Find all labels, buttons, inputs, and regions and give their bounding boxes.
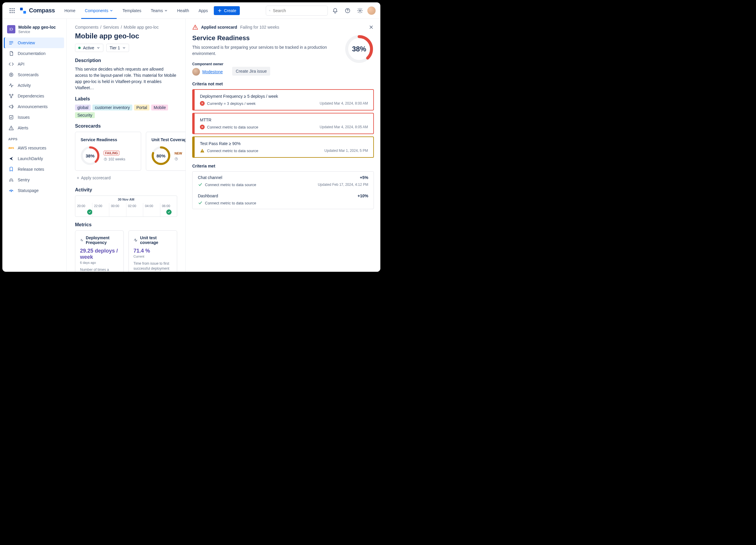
label-tag[interactable]: global (75, 105, 91, 110)
x-circle-icon (200, 125, 205, 129)
criterion-title: Test Pass Rate ≥ 90% (200, 141, 368, 146)
sidebar-app-launchdarkly[interactable]: LaunchDarkly (5, 153, 64, 164)
owner-avatar[interactable] (192, 68, 200, 76)
nav-components[interactable]: Components (81, 2, 116, 19)
tier-chip[interactable]: Tier 1 (106, 44, 129, 52)
sidebar-app-release-notes[interactable]: Release notes (5, 164, 64, 175)
labels-row: globalcustomer inventoryPortalMobileSecu… (75, 105, 177, 118)
search-field[interactable] (273, 8, 325, 13)
scorecard-panel: Applied scorecard Failing for 102 weeks … (185, 19, 380, 272)
activity-heading: Activity (75, 187, 177, 193)
svg-point-15 (11, 74, 12, 76)
sidebar-item-alerts[interactable]: Alerts (5, 123, 64, 133)
sidebar-app-aws[interactable]: awsAWS resources (5, 143, 64, 153)
criterion-title: MTTR (200, 118, 368, 122)
svg-rect-5 (14, 10, 14, 11)
sidebar-item-announcements[interactable]: Announcements (5, 101, 64, 112)
panel-title: Service Readiness (192, 34, 338, 42)
activity-icon (8, 82, 14, 88)
check-circle-icon (166, 209, 172, 215)
notifications-icon[interactable] (330, 6, 340, 16)
nav-templates[interactable]: Templates (119, 2, 145, 19)
svg-point-14 (9, 73, 13, 77)
sidebar-item-overview[interactable]: Overview (5, 38, 64, 48)
nav-apps[interactable]: Apps (195, 2, 211, 19)
metric-title: Unit test coverage (133, 235, 172, 245)
metric-title: Deployment Frequency (80, 235, 119, 245)
pulse-icon (80, 238, 84, 243)
criterion-updated: Updated Mar 4, 2024, 8:00 AM (320, 101, 368, 105)
component-header: Mobile app geo-loc Service (5, 23, 64, 38)
alert-icon (8, 125, 14, 131)
breadcrumb-services[interactable]: Services (103, 25, 119, 30)
help-icon[interactable] (343, 6, 353, 16)
breadcrumb-current: Mobile app geo-loc (124, 25, 159, 30)
sidebar-item-activity[interactable]: Activity (5, 80, 64, 91)
owner-link[interactable]: Modestone (202, 69, 223, 74)
search-input[interactable] (266, 6, 328, 16)
sidebar-item-documentation[interactable]: Documentation (5, 48, 64, 59)
sidebar-app-statuspage[interactable]: Statuspage (5, 185, 64, 196)
sidebar-item-scorecards[interactable]: Scorecards (5, 69, 64, 80)
sidebar-app-sentry[interactable]: Sentry (5, 175, 64, 185)
create-jira-button[interactable]: Create Jira issue (232, 67, 270, 76)
scorecard-card[interactable]: Unit Test Coverage 80% NEW (146, 132, 185, 171)
top-nav: Compass Home Components Templates Teams … (2, 2, 380, 19)
criterion-updated: Updated Mar 1, 2024, 5 PM (325, 149, 368, 153)
label-tag[interactable]: customer inventory (92, 105, 132, 110)
nav-health[interactable]: Health (174, 2, 193, 19)
timeline-cell: 22:00 (92, 203, 109, 217)
svg-rect-19 (9, 115, 13, 119)
svg-rect-2 (14, 8, 14, 9)
criterion-not-met[interactable]: MTTR Connect metric to data source Updat… (192, 113, 374, 134)
plus-icon (217, 8, 222, 13)
app-switcher-icon[interactable] (7, 6, 17, 16)
owner-label: Component owner (192, 62, 223, 66)
plus-icon: + (77, 175, 79, 180)
criterion-not-met[interactable]: Deployment Frequency ≥ 5 deploys / week … (192, 89, 374, 110)
brand-logo[interactable]: Compass (19, 7, 55, 14)
sidebar-item-issues[interactable]: Issues (5, 112, 64, 123)
criterion-title: Dashboard+10% (198, 193, 368, 198)
chevron-down-icon (110, 9, 113, 12)
metric-card[interactable]: Unit test coverage 71.4 % Current Time f… (128, 230, 177, 272)
label-tag[interactable]: Mobile (151, 105, 168, 110)
code-icon (8, 61, 14, 67)
nav-teams[interactable]: Teams (147, 2, 171, 19)
scorecard-badge: NEW (175, 152, 182, 155)
scorecard-card[interactable]: Service Readiness 38% FAILING 102 weeks (75, 132, 141, 171)
sidebar-item-api[interactable]: API (5, 59, 64, 69)
user-avatar[interactable] (367, 6, 376, 15)
chevron-down-icon (164, 9, 168, 12)
timeline-cell: 20:00 (75, 203, 92, 217)
criterion-status: Connect metric to data source (207, 125, 258, 129)
create-button[interactable]: Create (214, 6, 240, 15)
activity-timeline[interactable]: 30 Nov AM 20:0022:0000:0002:0004:0006:00 (75, 196, 177, 217)
label-tag[interactable]: Security (75, 112, 95, 118)
check-square-icon (8, 114, 14, 120)
svg-point-20 (11, 191, 12, 192)
metric-description: Number of times a component was deployed… (80, 267, 119, 272)
breadcrumb-components[interactable]: Components (75, 25, 98, 30)
breadcrumb: Components/Services/Mobile app geo-loc (75, 25, 177, 30)
timeline-cell: 02:00 (126, 203, 143, 217)
panel-score-ring: 38% (344, 34, 374, 64)
apply-scorecard-button[interactable]: +Apply scorecard (75, 174, 177, 182)
list-icon (8, 40, 14, 46)
close-panel-button[interactable] (369, 25, 374, 30)
criteria-not-met-heading: Criteria not met (192, 82, 374, 86)
aws-icon: aws (8, 145, 14, 151)
target-icon (8, 72, 14, 78)
nav-home[interactable]: Home (61, 2, 79, 19)
label-tag[interactable]: Portal (134, 105, 150, 110)
status-chip-active[interactable]: Active (75, 44, 103, 52)
criterion-not-met[interactable]: Test Pass Rate ≥ 90% Connect metric to d… (192, 136, 374, 158)
svg-rect-9 (20, 8, 23, 10)
sidebar-item-dependencies[interactable]: Dependencies (5, 91, 64, 101)
settings-icon[interactable] (355, 6, 365, 16)
metric-card[interactable]: Deployment Frequency 29.25 deploys / wee… (75, 230, 124, 272)
check-icon (198, 201, 203, 205)
warning-icon (200, 148, 205, 153)
check-icon (198, 182, 203, 187)
component-icon (7, 25, 15, 33)
